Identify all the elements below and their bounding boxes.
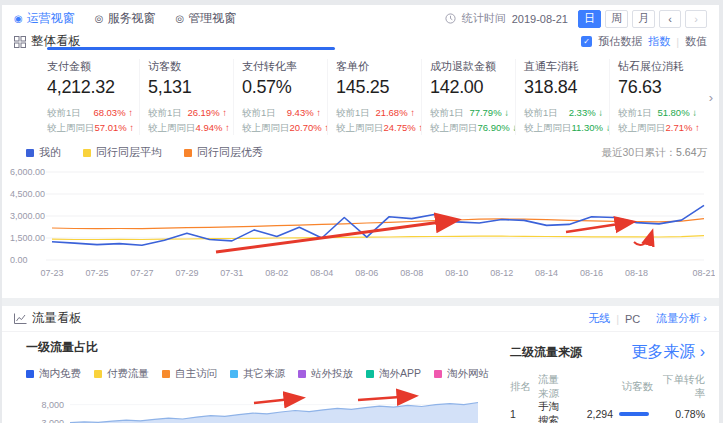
legend-label: 站外投放 — [311, 367, 353, 381]
svg-text:08-08: 08-08 — [400, 268, 423, 278]
clock-icon — [445, 13, 456, 24]
trend-legend: 我的 同行同层平均 同行同层优秀 最近30日累计：5.64万 — [2, 141, 719, 160]
svg-text:08-10: 08-10 — [445, 268, 468, 278]
trend-chart-svg: 6,000.004,500.003,000.001,500.000.0007-2… — [8, 162, 715, 284]
date-next-button[interactable]: › — [685, 10, 707, 28]
traffic-legend-item[interactable]: 付费流量 — [94, 367, 149, 381]
legend-swatch — [94, 370, 102, 378]
traffic-legend-item[interactable]: 其它来源 — [230, 367, 285, 381]
line-chart-icon — [14, 313, 27, 324]
metric-card[interactable]: 钻石展位消耗 76.63 较前1日51.80% ↓ 较上周同日2.71% ↑ — [609, 59, 703, 135]
legend-swatch — [230, 370, 238, 378]
vs-week-value: 20.70% ↑ — [290, 120, 330, 135]
toggle-value[interactable]: 数值 — [685, 34, 707, 49]
vs-week-label: 较上周同日 — [47, 120, 95, 135]
source-table-header: 排名 流量来源 访客数 下单转化率 — [510, 376, 705, 398]
service-view-icon: ◎ — [95, 14, 104, 24]
legend-swatch — [162, 370, 170, 378]
svg-text:07-31: 07-31 — [220, 268, 243, 278]
estimate-checkbox[interactable]: ✓ — [581, 36, 592, 47]
nav-tab-operation[interactable]: ◉ 运营视窗 — [14, 10, 75, 27]
legend-item-peer-best[interactable]: 同行同层优秀 — [184, 145, 263, 160]
svg-text:08-04: 08-04 — [310, 268, 333, 278]
source-name: 手淘搜索 — [538, 400, 569, 423]
period-month-button[interactable]: 月 — [632, 10, 655, 28]
trend-summary: 最近30日累计：5.64万 — [601, 146, 707, 160]
metric-title: 成功退款金额 — [430, 59, 509, 74]
legend-swatch — [298, 370, 306, 378]
device-tabs: 无线 | PC — [588, 311, 640, 326]
dashboard-page: ◉ 运营视窗 ◎ 服务视窗 ◎ 管理视窗 统计时间 2019-08-21 日 周… — [2, 5, 719, 423]
visitors-bar — [619, 412, 649, 416]
svg-text:0.00: 0.00 — [10, 255, 28, 265]
vs-week-label: 较上周同日 — [336, 120, 384, 135]
source-visitors: 2,294 — [569, 408, 613, 420]
metric-card[interactable]: 直通车消耗 318.84 较前1日2.33% ↓ 较上周同日11.30% ↓ — [515, 59, 609, 135]
svg-text:07-23: 07-23 — [40, 268, 63, 278]
metric-card[interactable]: 客单价 145.25 较前1日21.68% ↑ 较上周同日24.75% ↑ — [327, 59, 421, 135]
legend-item-peer-avg[interactable]: 同行同层平均 — [83, 145, 162, 160]
vs-week-value: 2.71% ↑ — [666, 120, 700, 135]
period-week-button[interactable]: 周 — [605, 10, 628, 28]
stat-time: 统计时间 2019-08-21 — [445, 11, 568, 26]
nav-tab-label: 运营视窗 — [27, 10, 75, 27]
svg-text:6,000.00: 6,000.00 — [10, 167, 45, 177]
vs-prev-value: 77.79% ↓ — [469, 105, 509, 120]
vs-prev-value: 26.19% ↑ — [187, 105, 227, 120]
traffic-legend-item[interactable]: 自主访问 — [162, 367, 217, 381]
metric-value: 76.63 — [618, 77, 697, 98]
legend-label: 同行同层平均 — [96, 145, 162, 160]
legend-label: 同行同层优秀 — [197, 145, 263, 160]
metric-card[interactable]: 支付金额 4,212.32 较前1日68.03% ↑ 较上周同日57.01% ↑ — [47, 59, 139, 135]
nav-tab-manage[interactable]: ◎ 管理视窗 — [175, 10, 236, 27]
operation-view-icon: ◉ — [14, 14, 23, 24]
cards-scrollbar[interactable] — [47, 47, 335, 50]
vs-prev-label: 较前1日 — [336, 105, 370, 120]
nav-tab-service[interactable]: ◎ 服务视窗 — [95, 10, 156, 27]
vs-prev-value: 2.33% ↓ — [569, 105, 603, 120]
more-sources-link[interactable]: 更多来源 › — [631, 342, 705, 363]
metric-card[interactable]: 支付转化率 0.57% 较前1日9.43% ↑ 较上周同日20.70% ↑ — [233, 59, 327, 135]
vs-week-value: 4.94% ↑ — [196, 120, 230, 135]
source-rank: 1 — [510, 408, 538, 420]
more-metrics-button[interactable]: › — [703, 59, 719, 135]
tab-wireless[interactable]: 无线 — [588, 311, 610, 326]
source-table: 排名 流量来源 访客数 下单转化率 1 手淘搜索 2,294 0.78% 2 手… — [510, 376, 705, 423]
svg-text:08-14: 08-14 — [535, 268, 558, 278]
legend-swatch — [434, 370, 442, 378]
vs-prev-value: 68.03% ↑ — [93, 105, 133, 120]
metric-card[interactable]: 访客数 5,131 较前1日26.19% ↑ 较上周同日4.94% ↑ — [139, 59, 233, 135]
period-day-button[interactable]: 日 — [578, 10, 601, 28]
legend-swatch — [26, 370, 34, 378]
traffic-area-svg: 8,0003,000 — [26, 388, 486, 423]
metric-card[interactable]: 成功退款金额 142.00 较前1日77.79% ↓ 较上周同日76.90% ↓ — [421, 59, 515, 135]
tab-pc[interactable]: PC — [625, 313, 640, 325]
vs-prev-value: 9.43% ↑ — [287, 105, 321, 120]
vs-prev-value: 51.80% ↓ — [657, 105, 697, 120]
vs-prev-value: 21.68% ↑ — [375, 105, 415, 120]
metric-value: 4,212.32 — [47, 77, 133, 98]
vs-week-value: 11.30% ↓ — [572, 120, 611, 135]
vs-prev-label: 较前1日 — [618, 105, 652, 120]
metric-title: 支付金额 — [47, 59, 133, 74]
traffic-legend-item[interactable]: 站外投放 — [298, 367, 353, 381]
nav-tab-label: 管理视窗 — [188, 10, 236, 27]
vs-week-label: 较上周同日 — [430, 120, 478, 135]
traffic-legend-item[interactable]: 淘外网站 — [434, 367, 489, 381]
section-divider — [2, 298, 719, 306]
legend-item-mine[interactable]: 我的 — [26, 145, 61, 160]
traffic-legend-item[interactable]: 淘外APP — [366, 367, 421, 381]
traffic-legend-item[interactable]: 淘内免费 — [26, 367, 81, 381]
traffic-title: 流量看板 — [32, 310, 82, 327]
traffic-area-chart[interactable]: 8,0003,000 — [26, 388, 492, 423]
estimate-checkbox-label: 预估数据 — [598, 34, 642, 49]
vs-week-value: 24.75% ↑ — [384, 120, 424, 135]
traffic-analysis-link[interactable]: 流量分析 › — [656, 311, 707, 326]
toggle-index[interactable]: 指数 — [648, 34, 670, 49]
dashboard-grid-icon — [14, 36, 26, 48]
source-table-row[interactable]: 1 手淘搜索 2,294 0.78% — [510, 403, 705, 423]
svg-text:07-29: 07-29 — [175, 268, 198, 278]
trend-chart[interactable]: 6,000.004,500.003,000.001,500.000.0007-2… — [8, 162, 713, 284]
metric-value: 145.25 — [336, 77, 415, 98]
date-prev-button[interactable]: ‹ — [659, 10, 681, 28]
